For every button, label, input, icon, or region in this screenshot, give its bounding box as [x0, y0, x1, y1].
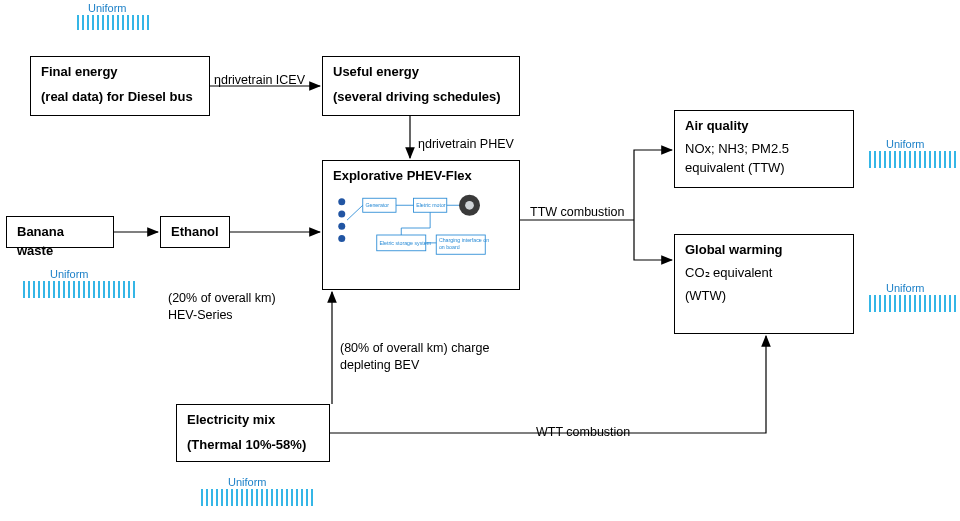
diagram-stage: Uniform Uniform Uniform Uniform Uniform …: [0, 0, 960, 521]
arrows-layer: [0, 0, 960, 521]
